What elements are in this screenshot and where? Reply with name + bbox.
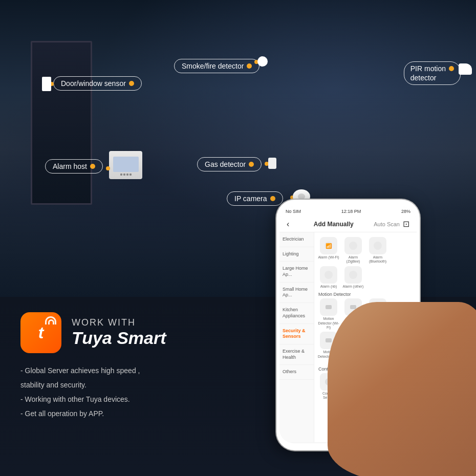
alarm-other-label: Alarm (other): [343, 285, 364, 289]
alarm-section-title: [316, 232, 415, 237]
gas-detector-label: Gas detector: [197, 157, 262, 171]
pir-text2: detector: [410, 74, 437, 82]
alarm-zigbee-icon: [344, 237, 362, 254]
alarm-host-text: Alarm host: [53, 162, 87, 170]
alarm-host-keys: [120, 174, 132, 176]
alarm-bt-item[interactable]: Alarm (Bluetooth): [366, 237, 389, 264]
alarm-bt-label: Alarm (Bluetooth): [366, 255, 389, 264]
work-with-text: WORK WITH: [72, 317, 166, 328]
alarm-other-icon: [344, 266, 362, 284]
door-window-label: Door/window sensor: [53, 76, 142, 91]
feature-item-1b: stability and security.: [20, 378, 256, 392]
smoke-detector-icon: [257, 56, 268, 67]
tuya-wifi-arc-inner: [48, 319, 54, 324]
motion-wifi-icon: [320, 298, 337, 316]
bottom-content: t WORK WITH Tuya Smart - Global Server a…: [0, 297, 276, 476]
signal-status: No SIM: [286, 209, 301, 214]
alarm-wifi-item[interactable]: 📶 Alarm (Wi-Fi): [317, 237, 340, 264]
phone-nav: ‹ Add Manually Auto Scan ⊡: [279, 216, 417, 232]
sidebar-small-home[interactable]: Small Home Ap...: [279, 283, 314, 303]
pir-sensor-icon: [459, 63, 472, 75]
smoke-detector-text: Smoke/fire detector: [182, 62, 244, 70]
alarm-zigbee-label: Alarm (ZigBee): [342, 255, 364, 264]
alarm-grid-2: Alarm (nb) Alarm (other): [316, 266, 415, 289]
tuya-t-letter: t: [38, 323, 44, 342]
svg-point-4: [324, 271, 333, 279]
feature-list: - Global Server achieves high speed , st…: [20, 363, 256, 421]
feature-item-1: - Global Server achieves high speed ,: [20, 363, 256, 378]
nav-auto-scan[interactable]: Auto Scan: [374, 221, 400, 227]
sidebar-large-home[interactable]: Large Home Ap...: [279, 262, 314, 282]
scan-icon[interactable]: ⊡: [403, 219, 409, 229]
alarm-nb-label: Alarm (nb): [320, 285, 337, 289]
motion-wifi-label: Motion Detector (Wi-Fi): [317, 317, 340, 330]
alarm-nb-icon: [320, 266, 337, 284]
alarm-wifi-label: Alarm (Wi-Fi): [318, 255, 339, 259]
alarm-host-device: [109, 151, 142, 179]
feature-text-2: - Working with other Tuya devices.: [20, 392, 130, 406]
sidebar-electrician[interactable]: Electrician: [279, 232, 314, 247]
tuya-brand: t WORK WITH Tuya Smart: [20, 312, 256, 353]
battery-status: 28%: [401, 209, 410, 214]
motion-section-title: Motion Detector: [316, 289, 415, 298]
svg-rect-6: [326, 305, 332, 309]
svg-point-5: [349, 271, 357, 279]
feature-text-3: - Get all operation by APP.: [20, 406, 104, 421]
alarm-device-grid: 📶 Alarm (Wi-Fi) Alarm (ZigBee): [316, 237, 415, 264]
alarm-wifi-icon: 📶: [320, 237, 337, 254]
alarm-other-item[interactable]: Alarm (other): [342, 266, 364, 289]
gas-detector-text: Gas detector: [205, 160, 246, 168]
time-display: 12:18 PM: [341, 209, 361, 214]
pir-label: PIR motion detector: [404, 61, 461, 85]
svg-text:📶: 📶: [326, 243, 332, 249]
feature-text-1b: stability and security.: [20, 378, 86, 392]
pir-text: PIR motion: [410, 64, 446, 73]
smoke-detector-label: Smoke/fire detector: [174, 59, 259, 73]
door-window-text: Door/window sensor: [61, 79, 126, 88]
svg-rect-9: [326, 338, 332, 342]
tuya-text-block: WORK WITH Tuya Smart: [72, 317, 166, 348]
sidebar-kitchen[interactable]: Kitchen Appliances: [279, 303, 314, 323]
tuya-logo: t: [20, 312, 61, 353]
phone-container: No SIM 12:18 PM 28% ‹ Add Manually Auto …: [261, 194, 476, 471]
door-frame: [31, 41, 92, 205]
gas-detector-icon: [268, 158, 276, 169]
feature-item-3: - Get all operation by APP.: [20, 406, 256, 421]
feature-item-2: - Working with other Tuya devices.: [20, 392, 256, 406]
alarm-nb-item[interactable]: Alarm (nb): [317, 266, 340, 289]
hand-holding: [328, 302, 476, 476]
door-sensor-icon: [42, 77, 51, 91]
alarm-host-screen: [113, 157, 139, 172]
sidebar-others[interactable]: Others: [279, 365, 314, 380]
motion-wifi-item[interactable]: Motion Detector (Wi-Fi): [317, 298, 340, 330]
feature-text-1: - Global Server achieves high speed ,: [20, 363, 140, 378]
back-arrow-icon[interactable]: ‹: [287, 220, 289, 229]
tuya-smart-text: Tuya Smart: [72, 328, 166, 348]
alarm-bt-icon: [369, 237, 386, 254]
status-bar: No SIM 12:18 PM 28%: [279, 207, 417, 216]
alarm-host-label: Alarm host: [45, 159, 103, 174]
sidebar-security[interactable]: Security & Sensors: [279, 324, 314, 344]
alarm-connector-dot: [106, 166, 110, 170]
phone-sidebar: Electrician Lighting Large Home Ap... Sm…: [279, 232, 314, 442]
sidebar-exercise[interactable]: Exercise & Health: [279, 344, 314, 365]
svg-point-3: [374, 242, 382, 250]
alarm-zigbee-item[interactable]: Alarm (ZigBee): [342, 237, 364, 264]
nav-title: Add Manually: [293, 221, 374, 228]
sidebar-lighting[interactable]: Lighting: [279, 247, 314, 262]
svg-point-2: [349, 242, 357, 250]
